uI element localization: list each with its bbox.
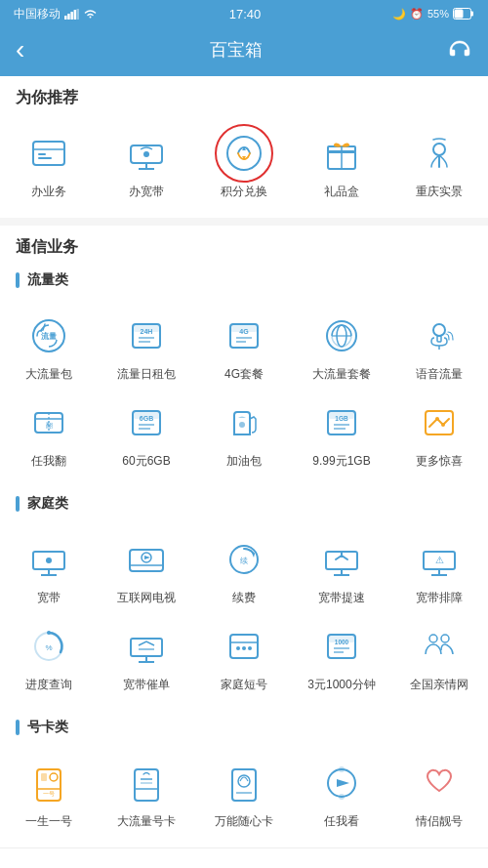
icon-speedup[interactable]: 宽带提速 — [293, 526, 390, 614]
simcard-bar — [16, 720, 20, 735]
svg-text:续: 续 — [240, 557, 248, 565]
back-button[interactable]: ‹ — [16, 34, 24, 65]
svg-point-87 — [248, 646, 252, 650]
icon-item-business[interactable]: 办业务 — [0, 120, 98, 208]
status-right: 🌙 ⏰ 55% — [392, 8, 474, 21]
box-couple — [414, 758, 465, 808]
recommended-header: 为你推荐 — [0, 76, 488, 114]
icon-3yuan[interactable]: 1000 3元1000分钟 — [293, 613, 390, 701]
icon-iptv[interactable]: 互联网电视 — [98, 526, 195, 614]
icon-couple[interactable]: 情侣靓号 — [390, 750, 488, 838]
moon-icon: 🌙 — [392, 8, 406, 21]
box-extra1 — [23, 860, 74, 868]
family-bar — [16, 496, 20, 512]
svg-point-93 — [429, 635, 437, 642]
svg-rect-30 — [230, 324, 258, 332]
icon-broadband2[interactable]: 宽带 — [0, 526, 98, 614]
icon-repair[interactable]: ⚠ 宽带排障 — [390, 526, 488, 614]
label-iptv: 互联网电视 — [117, 591, 176, 606]
icon-voiceflow[interactable]: 语音流量 — [390, 303, 488, 391]
voiceflow-icon — [418, 314, 461, 357]
alarm-icon: ⏰ — [410, 8, 424, 21]
scenery-icon — [418, 132, 461, 175]
iptv-icon — [125, 538, 168, 581]
svg-point-55 — [435, 417, 439, 421]
label-watch: 任我看 — [324, 814, 359, 830]
headset-icon[interactable] — [447, 38, 472, 62]
flow-grid: 流量 大流量包 24H 流量日租包 — [0, 297, 488, 487]
lifenumber-icon: 一号 — [27, 762, 70, 805]
simcard-grid2 — [0, 847, 488, 868]
label-business: 办业务 — [31, 185, 66, 200]
icon-flowcard[interactable]: 大流量号卡 — [98, 750, 195, 838]
box-freedomcard — [219, 758, 269, 808]
svg-rect-102 — [232, 769, 256, 801]
icon-familynum[interactable]: 家庭短号 — [195, 613, 293, 701]
icon-extra2[interactable] — [98, 852, 195, 868]
familynum-icon — [223, 625, 265, 668]
svg-point-56 — [441, 423, 445, 427]
svg-rect-90 — [328, 635, 355, 642]
label-familynum: 家庭短号 — [221, 678, 267, 693]
svg-point-98 — [50, 773, 58, 781]
box-dailyflow: 24H — [121, 310, 172, 361]
svg-point-60 — [46, 558, 52, 563]
svg-rect-45 — [133, 411, 160, 419]
label-voiceflow: 语音流量 — [416, 367, 463, 383]
icon-renwotan[interactable]: 翻 任我翻 — [0, 390, 98, 477]
icon-item-broadband[interactable]: 办宽带 — [98, 120, 195, 208]
highlight-circle — [215, 124, 273, 183]
label-renew: 续费 — [232, 591, 256, 606]
box-bigflow: 流量 — [23, 310, 74, 361]
icon-box-business — [23, 128, 74, 179]
icon-dailyflow[interactable]: 24H 流量日租包 — [98, 303, 195, 391]
icon-fuelpack[interactable]: 加油包 — [195, 390, 293, 477]
bigflow-icon: 流量 — [27, 314, 70, 357]
icon-box-scenery — [414, 128, 465, 179]
svg-rect-100 — [135, 769, 158, 801]
icon-progress[interactable]: % 进度查询 — [0, 613, 98, 701]
svg-rect-54 — [426, 411, 453, 434]
box-999yuan: 1GB — [316, 397, 367, 448]
progress-icon: % — [27, 625, 70, 668]
icon-60yuan[interactable]: 6GB 60元6GB — [98, 390, 195, 477]
icon-urge[interactable]: 宽带催单 — [98, 613, 195, 701]
icon-4gplan[interactable]: 4G 4G套餐 — [195, 303, 293, 391]
icon-item-points[interactable]: 积分兑换 — [195, 120, 293, 208]
repair-icon: ⚠ — [418, 538, 461, 581]
icon-item-gift[interactable]: 礼品盒 — [293, 120, 390, 208]
icon-item-scenery[interactable]: 重庆实景 — [390, 120, 488, 208]
icon-extra1[interactable] — [0, 852, 98, 868]
icon-freedomcard[interactable]: 万能随心卡 — [195, 750, 293, 838]
renwotan-icon: 翻 — [27, 401, 70, 444]
svg-rect-0 — [64, 16, 67, 20]
icon-bigplan[interactable]: 大流量套餐 — [293, 303, 390, 391]
label-lifenumber: 一生一号 — [25, 814, 72, 830]
icon-family[interactable]: 全国亲情网 — [390, 613, 488, 701]
label-renwotan: 任我翻 — [31, 454, 66, 470]
sub-header-simcard: 号卡类 — [0, 711, 488, 744]
icon-renew[interactable]: 续 续费 — [195, 526, 293, 614]
telecom-header: 通信业务 — [0, 226, 488, 264]
icon-watch[interactable]: 任我看 — [293, 750, 390, 838]
label-999yuan: 9.99元1GB — [312, 454, 370, 470]
flow-bar — [16, 272, 20, 288]
icon-lifenumber[interactable]: 一号 一生一号 — [0, 750, 98, 838]
box-urge — [121, 621, 172, 672]
box-flowcard — [121, 758, 172, 808]
box-progress: % — [23, 621, 74, 672]
label-points: 积分兑换 — [221, 185, 267, 200]
icon-999yuan[interactable]: 1GB 9.99元1GB — [293, 390, 390, 477]
svg-point-20 — [433, 144, 445, 155]
status-left: 中国移动 — [14, 6, 98, 22]
fuelpack-icon — [223, 401, 265, 444]
box-familynum — [219, 621, 269, 672]
watch-icon — [320, 762, 363, 805]
icon-bigflow[interactable]: 流量 大流量包 — [0, 303, 98, 391]
box-extra2 — [121, 860, 172, 868]
svg-marker-106 — [337, 779, 349, 787]
battery-text: 55% — [427, 8, 449, 20]
label-3yuan: 3元1000分钟 — [307, 678, 375, 693]
icon-more[interactable]: 更多惊喜 — [390, 390, 488, 477]
speedup-icon — [320, 538, 363, 581]
